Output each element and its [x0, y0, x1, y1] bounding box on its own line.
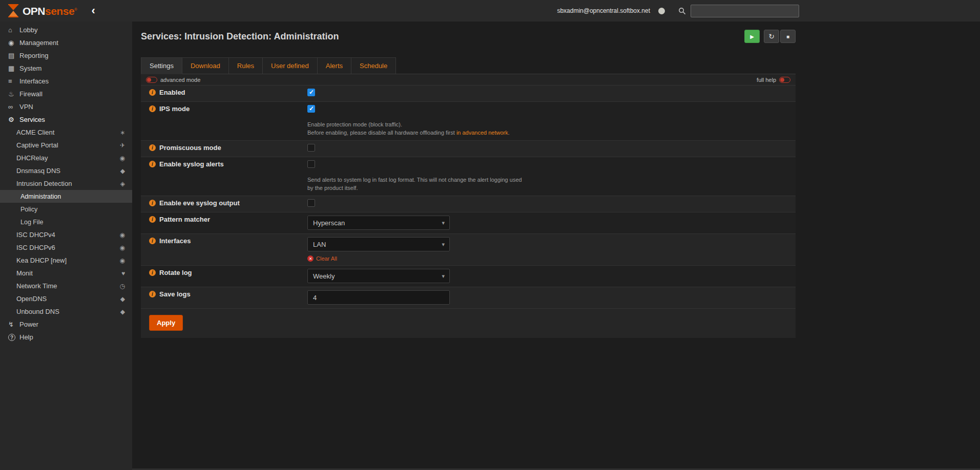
restart-service-button[interactable]: ↻: [764, 30, 779, 43]
main-content: Services: Intrusion Detection: Administr…: [132, 22, 980, 338]
logged-in-user: sbxadmin@opncentral.softbox.net: [557, 7, 650, 14]
tab-schedule[interactable]: Schedule: [351, 57, 396, 74]
sidebar-item-dhcrelay[interactable]: DHCRelay ◉: [0, 152, 132, 164]
sidebar-item-label: Reporting: [19, 52, 48, 59]
toggle-off-icon: [146, 77, 157, 83]
sidebar-item-acme-client[interactable]: ACME Client ∗: [0, 126, 132, 139]
promiscuous-checkbox[interactable]: [307, 144, 315, 152]
sidebar-item-services[interactable]: ⚙ Services: [0, 113, 132, 126]
advanced-mode-toggle[interactable]: advanced mode: [146, 77, 200, 83]
sidebar-item-policy[interactable]: Policy: [0, 203, 132, 216]
info-icon[interactable]: [149, 216, 156, 223]
brand-registered-mark: ®: [74, 7, 77, 12]
sidebar-item-label: ISC DHCPv4: [16, 231, 55, 239]
sidebar-item-firewall[interactable]: ♨ Firewall: [0, 88, 132, 100]
select-value: LAN: [313, 241, 326, 248]
stop-service-button[interactable]: ■: [780, 30, 796, 43]
tab-alerts[interactable]: Alerts: [317, 57, 351, 74]
sidebar-item-network-time[interactable]: Network Time ◷: [0, 280, 132, 292]
sidebar-item-log-file[interactable]: Log File: [0, 216, 132, 228]
sidebar-item-label: Interfaces: [19, 77, 49, 85]
tab-download[interactable]: Download: [182, 57, 229, 74]
form-row-promiscuous: Promiscuous mode: [141, 141, 796, 157]
sidebar-item-interfaces[interactable]: ≡ Interfaces: [0, 75, 132, 88]
sidebar-item-kea-dhcp[interactable]: Kea DHCP [new] ◉: [0, 254, 132, 267]
sidebar-item-label: DHCRelay: [16, 154, 48, 162]
sidebar-item-intrusion-detection[interactable]: Intrusion Detection ◈: [0, 177, 132, 190]
sidebar-item-label: VPN: [19, 103, 33, 111]
sidebar-item-isc-dhcpv6[interactable]: ISC DHCPv6 ◉: [0, 241, 132, 254]
sidebar-item-label: Captive Portal: [16, 141, 58, 149]
pattern-matcher-select[interactable]: Hyperscan: [307, 216, 450, 230]
sidebar-item-unbound-dns[interactable]: Unbound DNS ◆: [0, 305, 132, 318]
sidebar-item-vpn[interactable]: ∞ VPN: [0, 100, 132, 113]
circle-icon: ◉: [120, 244, 125, 251]
start-service-button[interactable]: ▶: [744, 30, 760, 43]
tab-user-defined[interactable]: User defined: [262, 57, 318, 74]
ips-mode-checkbox[interactable]: [307, 105, 315, 113]
sidebar-item-reporting[interactable]: ▤ Reporting: [0, 49, 132, 62]
full-help-toggle[interactable]: full help: [757, 77, 790, 83]
sidebar-item-administration[interactable]: Administration: [0, 190, 132, 203]
sidebar-item-label: Firewall: [19, 90, 43, 98]
rotate-log-select[interactable]: Weekly: [307, 269, 450, 283]
brand-primary: OPN: [23, 5, 45, 17]
select-value: Weekly: [313, 272, 335, 280]
info-icon[interactable]: [149, 89, 156, 96]
acme-icon: ∗: [120, 129, 125, 136]
sidebar-item-captive-portal[interactable]: Captive Portal ✈: [0, 139, 132, 152]
sidebar-item-isc-dhcpv4[interactable]: ISC DHCPv4 ◉: [0, 228, 132, 241]
circle-icon: ◉: [120, 155, 125, 162]
eve-syslog-checkbox[interactable]: [307, 199, 315, 207]
clear-all-link[interactable]: Clear All: [307, 255, 796, 262]
tab-rules[interactable]: Rules: [228, 57, 263, 74]
search-input[interactable]: [691, 5, 799, 17]
save-logs-input[interactable]: [307, 290, 450, 305]
brand-logo[interactable]: OPNsense®: [7, 4, 77, 17]
sidebar-item-help[interactable]: ? Help: [0, 331, 132, 344]
sidebar-item-label: Power: [19, 321, 38, 328]
sidebar-item-label: Kea DHCP [new]: [16, 257, 67, 264]
advanced-network-link[interactable]: in advanced network: [456, 130, 508, 136]
interfaces-select[interactable]: LAN: [307, 237, 450, 251]
sidebar-item-dnsmasq-dns[interactable]: Dnsmasq DNS ◆: [0, 164, 132, 177]
info-icon[interactable]: [149, 144, 156, 151]
sidebar-item-opendns[interactable]: OpenDNS ◆: [0, 292, 132, 305]
sidebar-item-label: System: [19, 65, 41, 72]
info-icon[interactable]: [149, 105, 156, 112]
sidebar-item-lobby[interactable]: ⌂ Lobby: [0, 24, 132, 36]
sidebar-item-label: Lobby: [19, 26, 37, 34]
form-row-save-logs: Save logs: [141, 287, 796, 309]
syslog-alerts-checkbox[interactable]: [307, 160, 315, 168]
brand-accent: sense: [45, 5, 74, 17]
sidebar-item-label: Network Time: [16, 282, 57, 290]
brand-text: OPNsense®: [23, 6, 77, 16]
sidebar-item-monit[interactable]: Monit ♥: [0, 267, 132, 280]
heartbeat-icon: ♥: [121, 270, 125, 277]
settings-form: Enabled IPS mode Enable protection mode …: [141, 86, 796, 338]
page-title: Services: Intrusion Detection: Administr…: [141, 31, 339, 42]
interfaces-icon: ≡: [8, 77, 19, 85]
search-icon[interactable]: [678, 7, 686, 15]
tab-settings[interactable]: Settings: [141, 57, 182, 74]
sidebar-item-label: ACME Client: [16, 129, 54, 136]
sidebar-item-system[interactable]: ▦ System: [0, 62, 132, 75]
info-icon[interactable]: [149, 161, 156, 167]
stop-icon: ■: [786, 34, 789, 39]
apply-button[interactable]: Apply: [149, 315, 183, 331]
help-glyph: ?: [8, 334, 15, 341]
sidebar-collapse-button[interactable]: ‹: [88, 5, 98, 16]
opnsense-hourglass-icon: [7, 4, 19, 17]
form-row-enabled: Enabled: [141, 86, 796, 102]
sidebar-item-power[interactable]: ↯ Power: [0, 318, 132, 331]
header: OPNsense® ‹ sbxadmin@opncentral.softbox.…: [0, 0, 980, 22]
lobby-icon: ⌂: [8, 26, 19, 34]
info-icon[interactable]: [149, 291, 156, 297]
full-help-label: full help: [757, 77, 776, 83]
info-icon[interactable]: [149, 200, 156, 206]
enabled-checkbox[interactable]: [307, 89, 315, 96]
info-icon[interactable]: [149, 238, 156, 244]
vpn-icon: ∞: [8, 103, 19, 111]
sidebar-item-management[interactable]: ◉ Management: [0, 36, 132, 49]
info-icon[interactable]: [149, 269, 156, 276]
